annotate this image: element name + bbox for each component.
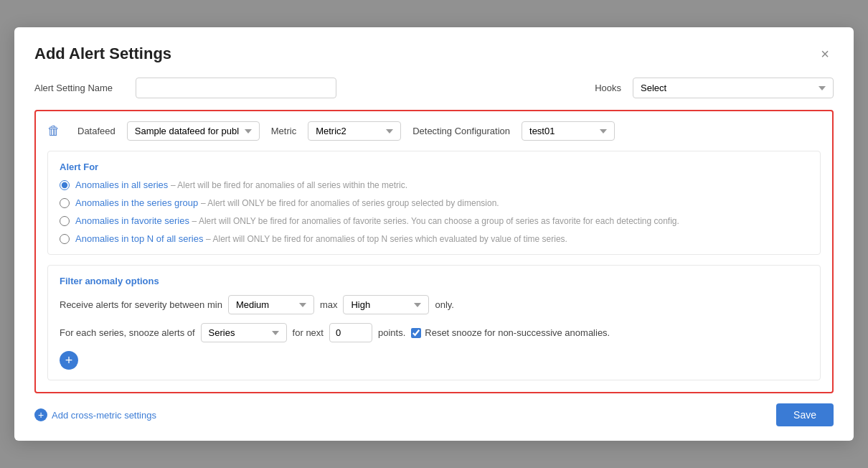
hooks-group: Hooks Select: [595, 78, 834, 98]
severity-suffix: only.: [435, 299, 454, 310]
alert-setting-name-label: Alert Setting Name: [34, 83, 113, 93]
severity-row: Receive alerts for severity between min …: [60, 295, 808, 314]
filter-anomaly-section: Filter anomaly options Receive alerts fo…: [47, 265, 821, 380]
metric-select[interactable]: Metric2: [308, 121, 401, 141]
alert-for-section: Alert For Anomalies in all series – Aler…: [47, 151, 821, 255]
hooks-label: Hooks: [595, 83, 621, 93]
max-label: max: [320, 299, 338, 310]
severity-min-select[interactable]: Low Medium High: [228, 295, 314, 314]
filter-anomaly-title: Filter anomaly options: [60, 276, 808, 286]
detecting-config-label: Detecting Configuration: [412, 126, 510, 136]
points-suffix: points.: [378, 327, 405, 338]
favorite-series-label: Anomalies in favorite series: [75, 215, 189, 226]
favorite-series-radio[interactable]: [60, 216, 70, 226]
datafeed-label: Datafeed: [77, 126, 115, 136]
reset-snooze-checkbox-item: Reset snooze for non-successive anomalie…: [411, 327, 610, 338]
close-button[interactable]: ×: [816, 45, 834, 62]
snooze-points-input[interactable]: [329, 323, 372, 342]
snooze-select[interactable]: Series: [201, 323, 287, 342]
alert-setting-name-input[interactable]: [136, 78, 336, 98]
add-filter-icon: +: [65, 354, 73, 367]
snooze-prefix: For each series, snooze alerts of: [60, 327, 195, 338]
detecting-config-select[interactable]: test01: [522, 121, 615, 141]
top-n-label: Anomalies in top N of all series: [75, 233, 203, 244]
add-cross-metric-button[interactable]: + Add cross-metric settings: [34, 408, 156, 421]
list-item: Anomalies in the series group – Alert wi…: [60, 197, 808, 208]
list-item: Anomalies in all series – Alert will be …: [60, 179, 808, 190]
alert-for-radio-group: Anomalies in all series – Alert will be …: [60, 179, 808, 244]
top-n-radio[interactable]: [60, 234, 70, 244]
list-item: Anomalies in top N of all series – Alert…: [60, 233, 808, 244]
favorite-series-desc: – Alert will ONLY be fired for anomalies…: [192, 216, 679, 226]
config-row: 🗑 Datafeed Sample datafeed for public Me…: [47, 121, 821, 141]
modal-header: Add Alert Settings ×: [34, 45, 834, 63]
reset-snooze-checkbox[interactable]: [411, 328, 421, 338]
top-n-desc: – Alert will ONLY be fired for anomalies…: [206, 234, 567, 244]
alert-section: 🗑 Datafeed Sample datafeed for public Me…: [34, 110, 834, 393]
severity-max-select[interactable]: Low Medium High: [343, 295, 429, 314]
alert-for-title: Alert For: [60, 162, 808, 172]
top-row: Alert Setting Name Hooks Select: [34, 78, 834, 98]
series-group-radio[interactable]: [60, 198, 70, 208]
save-button[interactable]: Save: [776, 403, 834, 426]
snooze-row: For each series, snooze alerts of Series…: [60, 323, 808, 342]
metric-label: Metric: [271, 126, 296, 136]
severity-prefix: Receive alerts for severity between min: [60, 299, 222, 310]
reset-snooze-label: Reset snooze for non-successive anomalie…: [425, 327, 610, 338]
all-series-label: Anomalies in all series: [75, 179, 168, 190]
trash-icon[interactable]: 🗑: [47, 123, 60, 139]
add-cross-metric-label: Add cross-metric settings: [52, 410, 156, 421]
add-cross-metric-icon: +: [34, 408, 47, 421]
for-next-label: for next: [293, 327, 324, 338]
add-filter-button[interactable]: +: [60, 351, 78, 370]
all-series-desc: – Alert will be fired for anomalies of a…: [171, 180, 407, 190]
bottom-row: + Add cross-metric settings Save: [34, 403, 834, 426]
series-group-label: Anomalies in the series group: [75, 197, 198, 208]
list-item: Anomalies in favorite series – Alert wil…: [60, 215, 808, 226]
modal-title: Add Alert Settings: [34, 45, 171, 63]
series-group-desc: – Alert will ONLY be fired for anomalies…: [201, 198, 499, 208]
hooks-select[interactable]: Select: [633, 78, 834, 98]
datafeed-select[interactable]: Sample datafeed for public: [127, 121, 260, 141]
all-series-radio[interactable]: [60, 180, 70, 190]
